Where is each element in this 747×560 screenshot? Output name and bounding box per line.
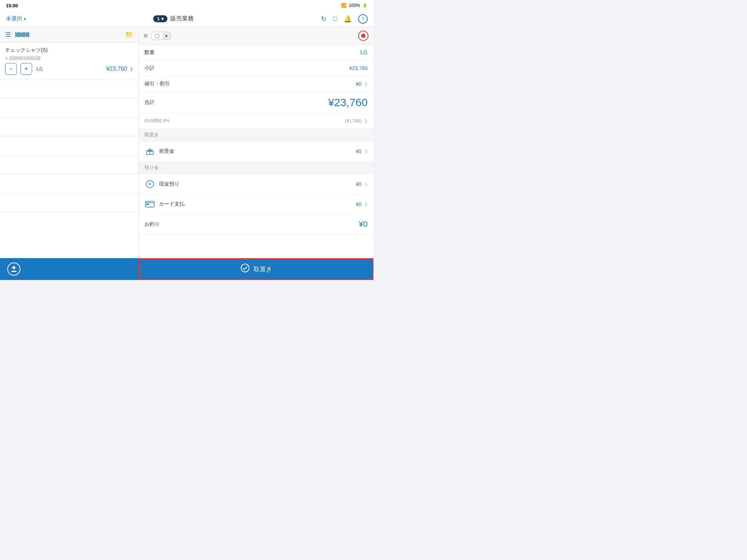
- prepayment-chevron-icon: ❯: [364, 149, 368, 154]
- cash-label: 現金預り: [159, 181, 179, 187]
- svg-rect-6: [146, 204, 149, 205]
- right-toolbar: ≡ ◯ ●: [139, 27, 374, 45]
- reserve-section-label: 取置き: [144, 132, 159, 138]
- battery-icon: 🔋: [362, 3, 368, 8]
- product-list: チェックシャツ(S) ≡ 2000001000106 − + 1点 ¥23,76…: [0, 43, 138, 258]
- product-price-row[interactable]: ¥23,760 ❯: [106, 66, 133, 72]
- discount-chevron-icon: ❯: [364, 82, 368, 86]
- card-label: カード支払: [159, 201, 185, 207]
- deposit-section-label: 預り金: [144, 164, 159, 171]
- total-row: 合計 ¥23,760: [139, 92, 374, 113]
- bottom-bar: 取置き: [0, 258, 374, 280]
- empty-row: [0, 193, 138, 212]
- cash-inner: ¥ 現金預り: [144, 179, 179, 190]
- empty-row: [0, 174, 138, 193]
- left-toolbar: ☰ 📁: [0, 27, 138, 43]
- product-item: チェックシャツ(S) ≡ 2000001000106 − + 1点 ¥23,76…: [0, 43, 138, 79]
- wifi-icon: 📶: [341, 3, 347, 8]
- total-amount: ¥23,760: [328, 96, 368, 109]
- svg-text:¥: ¥: [148, 182, 151, 187]
- left-toolbar-left: ☰: [5, 31, 29, 39]
- change-row: お釣り ¥0: [139, 214, 374, 234]
- record-button[interactable]: [358, 31, 368, 41]
- bottom-bar-left: [0, 258, 139, 280]
- status-time: 15:00: [6, 3, 18, 8]
- toggle-group: ◯ ●: [151, 32, 171, 40]
- card-value: ¥0: [356, 201, 361, 207]
- product-price-chevron-icon: ❯: [129, 66, 133, 71]
- svg-point-7: [12, 266, 15, 269]
- chevron-down-icon: ▾: [24, 16, 26, 22]
- tax-chevron-icon: ❯: [364, 118, 368, 123]
- nav-bar: 未選択 ▾ 1 ▾ 販売業務 ↻ □ 🔔 ?: [0, 11, 374, 27]
- right-panel: ≡ ◯ ● 数量 1点 小計 ¥23,760: [139, 27, 374, 258]
- reserve-section-header: 取置き: [139, 129, 374, 141]
- unselected-dropdown[interactable]: 未選択 ▾: [6, 15, 26, 22]
- barcode-icon[interactable]: [15, 31, 29, 38]
- tax-label: 内消費税 8%: [144, 118, 170, 124]
- discount-value: ¥0: [356, 81, 361, 87]
- qty-plus-button[interactable]: +: [20, 63, 32, 75]
- menu-icon[interactable]: ☰: [5, 31, 11, 39]
- main-content: ☰ 📁: [0, 27, 374, 258]
- prepayment-row[interactable]: 前受金 ¥0 ❯: [139, 141, 374, 162]
- status-bar: 15:00 📶 100% 🔋: [0, 0, 374, 11]
- card-row[interactable]: カード支払 ¥0 ❯: [139, 194, 374, 214]
- filter-icon[interactable]: ≡: [144, 32, 148, 40]
- product-price: ¥23,760: [106, 66, 127, 72]
- prepayment-value: ¥0: [356, 148, 361, 154]
- badge-number[interactable]: 1 ▾: [153, 15, 167, 22]
- toggle-right-button[interactable]: ●: [162, 32, 171, 39]
- product-row: − + 1点 ¥23,760 ❯: [5, 63, 133, 75]
- empty-row: [0, 136, 138, 155]
- prepayment-label: 前受金: [159, 148, 174, 155]
- qty-label: 数量: [144, 49, 155, 56]
- empty-rows: [0, 79, 138, 212]
- deposit-section-header: 預り金: [139, 162, 374, 174]
- empty-row: [0, 98, 138, 117]
- unselected-label: 未選択: [6, 15, 22, 22]
- record-dot: [361, 34, 365, 38]
- cash-chevron-icon: ❯: [364, 182, 368, 187]
- change-label: お釣り: [144, 221, 160, 228]
- card-inner: カード支払: [144, 199, 185, 210]
- refresh-icon[interactable]: ↻: [321, 15, 326, 23]
- card-chevron-icon: ❯: [364, 202, 368, 207]
- qty-value: 1点: [360, 49, 368, 56]
- gift-icon: [144, 146, 155, 157]
- nav-center: 1 ▾ 販売業務: [153, 15, 193, 23]
- card-icon: [144, 199, 155, 210]
- badge-chevron-icon: ▾: [161, 16, 164, 22]
- tax-row[interactable]: 内消費税 8% (¥1,760) ❯: [139, 113, 374, 129]
- left-panel: ☰ 📁: [0, 27, 139, 258]
- help-icon[interactable]: ?: [358, 14, 368, 24]
- bell-icon[interactable]: 🔔: [344, 15, 352, 23]
- change-value: ¥0: [359, 219, 368, 229]
- tax-value: (¥1,760): [345, 118, 361, 124]
- right-toolbar-left: ≡ ◯ ●: [144, 32, 171, 40]
- summary-discount-row[interactable]: 値引・割引 ¥0 ❯: [139, 76, 374, 92]
- prepayment-inner: 前受金: [144, 146, 174, 157]
- yen-icon: ¥: [144, 179, 155, 190]
- summary-qty-row: 数量 1点: [139, 45, 374, 61]
- svg-point-8: [241, 264, 249, 272]
- total-label: 合計: [144, 99, 155, 106]
- qty-control: − + 1点: [5, 63, 43, 75]
- discount-label: 値引・割引: [144, 81, 170, 87]
- status-right: 📶 100% 🔋: [341, 3, 368, 8]
- person-icon[interactable]: [7, 262, 20, 276]
- cash-row[interactable]: ¥ 現金預り ¥0 ❯: [139, 174, 374, 194]
- folder-icon[interactable]: 📁: [125, 31, 133, 39]
- check-circle-icon: [240, 263, 250, 275]
- product-name: チェックシャツ(S): [5, 47, 133, 54]
- product-code: ≡ 2000001000106: [5, 56, 133, 61]
- reserve-action-button[interactable]: 取置き: [139, 258, 374, 280]
- layout-icon[interactable]: □: [333, 15, 337, 23]
- summary-section: 数量 1点 小計 ¥23,760 値引・割引 ¥0 ❯ 合計 ¥23,760: [139, 45, 374, 258]
- empty-row: [0, 79, 138, 98]
- subtotal-value: ¥23,760: [349, 65, 368, 71]
- cash-value: ¥0: [356, 181, 361, 187]
- toggle-left-button[interactable]: ◯: [152, 32, 162, 39]
- nav-actions: ↻ □ 🔔 ?: [321, 14, 368, 24]
- qty-minus-button[interactable]: −: [5, 63, 17, 75]
